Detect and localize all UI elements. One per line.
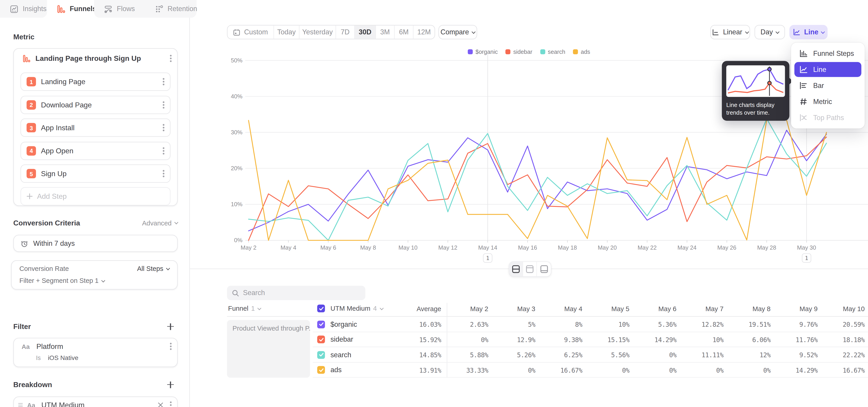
tab-flows-label: Flows [117,5,135,13]
column-header-date[interactable]: May 7 [679,305,723,313]
range-yesterday[interactable]: Yesterday [300,26,336,39]
scale-dropdown[interactable]: Linear [710,25,750,39]
filter-segment-dropdown[interactable]: Filter + Segment on Step 1 [20,277,105,284]
series-name: search [331,351,351,358]
menu-item-label: Top Paths [813,114,844,121]
filter-card[interactable]: Aa Platform Is iOS Native [13,338,178,367]
funnel-column-header[interactable]: Funnel 1 [228,305,261,312]
series-checkbox[interactable] [317,320,325,328]
menu-item-top-paths[interactable]: Top Paths [794,110,861,125]
add-breakdown-button[interactable] [167,381,174,388]
select-all-checkbox[interactable] [317,305,325,312]
breakdown-card[interactable]: Aa UTM Medium [13,396,178,407]
step-menu-button[interactable] [163,147,164,154]
average-value: 14.85% [397,351,441,359]
menu-item-line[interactable]: Line [794,62,861,77]
breakdown-menu-button[interactable] [170,402,172,407]
tab-flows[interactable]: Flows [94,0,145,18]
funnel-header-label: Funnel [228,305,248,312]
menu-item-funnel-steps[interactable]: Funnel Steps [794,46,861,61]
step-menu-button[interactable] [163,170,164,177]
column-header-date[interactable]: May 10 [820,305,865,313]
add-step-button[interactable]: Add Step [21,187,170,206]
funnel-step-row[interactable]: 4App Open [21,142,170,160]
column-header-date[interactable]: May 5 [585,305,629,313]
conversion-rate-label: Conversion Rate [20,265,69,273]
range-label: Yesterday [302,28,333,36]
range-today[interactable]: Today [274,26,300,39]
add-filter-button[interactable] [167,323,174,330]
layout-split-horizontal-button[interactable] [509,262,523,276]
tab-retention-label: Retention [167,5,197,13]
search-input[interactable] [243,289,354,296]
filter-property: Platform [36,342,170,350]
range-30d[interactable]: 30D [355,26,376,39]
funnel-step-row[interactable]: 2Download Page [21,95,170,114]
funnel-step-row[interactable]: 5Sign Up [21,164,170,183]
funnel-header-count: 1 [251,305,255,312]
string-type-icon: Aa [22,343,30,350]
column-header-date[interactable]: May 4 [538,305,582,313]
range-custom[interactable]: Custom [228,26,274,39]
series-checkbox[interactable] [317,336,325,343]
interval-dropdown[interactable]: Day [754,25,785,39]
menu-item-bar[interactable]: Bar [794,78,861,93]
step-label: Sign Up [41,169,163,178]
funnel-step-row[interactable]: 3App Install [21,119,170,137]
breakdown-column-header[interactable]: UTM Medium 4 [317,305,383,312]
column-header-date[interactable]: May 2 [444,305,488,313]
svg-text:1: 1 [805,255,808,261]
date-value: 0% [726,366,771,374]
date-value: 0% [444,336,488,343]
range-3m[interactable]: 3M [376,26,395,39]
tab-group-right: Flows Retention [94,0,196,18]
drag-handle-icon[interactable] [18,403,23,407]
layout-bottom-panel-button[interactable] [537,262,551,276]
compare-button[interactable]: Compare [438,25,477,39]
search-icon [232,289,239,296]
menu-item-metric[interactable]: Metric [794,94,861,109]
tab-retention[interactable]: Retention [145,0,207,18]
table-header-row: Funnel 1 UTM Medium 4 AverageMay 2May 3M… [227,303,868,317]
step-number-badge: 1 [27,77,36,86]
conversion-rate-card: Conversion Rate All Steps Filter + Segme… [11,260,178,290]
breakdown-table: Funnel 1 UTM Medium 4 AverageMay 2May 3M… [227,303,868,378]
string-type-icon: Aa [27,402,35,407]
tab-funnels[interactable]: Funnels [47,0,94,18]
step-menu-button[interactable] [163,78,164,85]
series-name: sidebar [331,336,353,343]
conversion-window-value: Within 7 days [33,240,75,247]
remove-breakdown-icon[interactable] [158,402,163,407]
range-12m[interactable]: 12M [413,26,434,39]
column-header-date[interactable]: May 6 [632,305,677,313]
line-chart-icon [799,65,808,74]
funnel-step-row[interactable]: 1Landing Page [21,72,170,91]
advanced-dropdown[interactable]: Advanced [142,219,178,227]
conversion-rate-steps-dropdown[interactable]: All Steps [137,265,169,273]
column-header-date[interactable]: May 8 [726,305,771,313]
column-header-date[interactable]: May 9 [773,305,817,313]
layout-top-panel-button[interactable] [523,262,537,276]
series-checkbox[interactable] [317,366,325,374]
filter-menu-button[interactable] [170,343,172,350]
chart-type-dropdown[interactable]: Line [789,25,828,39]
date-value: 11.76% [773,336,817,343]
series-checkbox[interactable] [317,351,325,358]
funnel-menu-button[interactable] [170,55,172,62]
column-header-date[interactable]: May 3 [491,305,535,313]
step-menu-button[interactable] [163,101,164,108]
conversion-window-card[interactable]: Within 7 days [13,235,178,252]
step-menu-button[interactable] [163,124,164,131]
funnels-icon [57,5,65,13]
svg-text:30%: 30% [231,129,242,135]
range-7d[interactable]: 7D [336,26,355,39]
insights-icon [10,5,18,13]
tab-insights[interactable]: Insights [0,0,47,18]
range-6m[interactable]: 6M [395,26,413,39]
table-row: search14.85%5.88%5.26%6.25%5.56%0%11.11%… [227,347,868,363]
funnel-metric-icon [23,55,30,62]
range-label: Custom [244,28,268,36]
column-header-average[interactable]: Average [397,305,441,313]
breakdown-heading: Breakdown [13,380,52,389]
chevron-down-icon [745,30,749,33]
